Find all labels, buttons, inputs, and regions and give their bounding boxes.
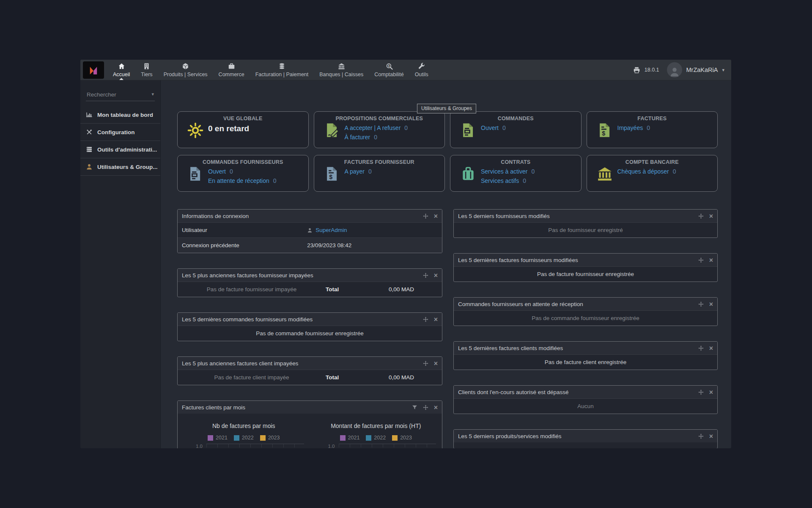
- close-icon[interactable]: ×: [434, 213, 438, 219]
- sidebar-item-configuration[interactable]: Configuration: [80, 124, 160, 141]
- widget-factures-fournisseur-impayees: Les 5 plus anciennes factures fournisseu…: [177, 268, 442, 297]
- nav-label: Produits | Services: [164, 72, 208, 77]
- info-row-utilisateur: Utilisateur SuperAdmin: [178, 222, 442, 237]
- close-icon[interactable]: ×: [434, 273, 438, 278]
- total-row: Pas de facture fournisseur impayée Total…: [178, 282, 442, 297]
- link-services-actifs[interactable]: Services actifs: [481, 177, 519, 184]
- search-input[interactable]: [86, 90, 155, 101]
- link-a-accepter-refuser[interactable]: A accepter | A refuser: [345, 124, 401, 131]
- card-commandes-fournisseurs[interactable]: COMMANDES FOURNISSEURS Ouvert0 En attent…: [177, 155, 309, 192]
- sidebar-item-tableau-de-bord[interactable]: Mon tableau de bord: [80, 106, 160, 124]
- nav-item-accueil[interactable]: Accueil: [107, 60, 135, 80]
- close-icon[interactable]: ×: [434, 405, 438, 410]
- file-invoice-dollar-icon: [324, 166, 340, 182]
- nav-label: Commerce: [219, 72, 244, 77]
- move-icon[interactable]: [698, 345, 704, 351]
- dashboard-cards: VUE GLOBALE 0 en retard PROPOSITIONS COM…: [177, 111, 718, 192]
- close-icon[interactable]: ×: [434, 317, 438, 322]
- navbar-right: 18.0.1 MrZaKaRiA ▾: [633, 60, 731, 80]
- move-icon[interactable]: [423, 213, 428, 219]
- link-impayees[interactable]: Impayées: [617, 124, 643, 131]
- close-icon[interactable]: ×: [709, 257, 713, 263]
- link-a-facturer[interactable]: À facturer: [345, 134, 370, 141]
- move-icon[interactable]: [423, 273, 428, 278]
- dolibarr-logo[interactable]: [83, 61, 104, 79]
- move-icon[interactable]: [423, 361, 428, 366]
- bank-icon: [597, 166, 613, 182]
- move-icon[interactable]: [698, 301, 704, 307]
- avatar[interactable]: [667, 62, 682, 77]
- empty-message: Aucun: [454, 398, 717, 414]
- card-contrats[interactable]: CONTRATS Services à activer0 Services ac…: [450, 155, 582, 192]
- sidebar-item-outils-administration[interactable]: Outils d'administrati...: [80, 141, 160, 158]
- legend-label: 2023: [400, 435, 412, 441]
- card-compte-bancaire[interactable]: COMPTE BANCAIRE Chèques à déposer0: [587, 155, 718, 192]
- close-icon[interactable]: ×: [709, 389, 713, 395]
- widget-title: Commandes fournisseurs en attente de réc…: [458, 301, 583, 307]
- move-icon[interactable]: [698, 213, 704, 219]
- move-icon[interactable]: [698, 389, 704, 395]
- close-icon[interactable]: ×: [709, 213, 713, 219]
- server-icon: [86, 146, 93, 153]
- link-ouvert[interactable]: Ouvert: [208, 168, 226, 175]
- widget-informations-connexion: Informations de connexion × Utilisateur …: [177, 209, 442, 253]
- charts-row: Nb de factures par mois 2021 2022 2023 1…: [178, 414, 442, 448]
- ytick-label: 1.0: [310, 444, 339, 448]
- card-factures-fournisseur[interactable]: FACTURES FOURNISSEUR A payer0: [314, 155, 445, 192]
- nav-item-banques-caisses[interactable]: Banques | Caisses: [314, 60, 369, 80]
- link-en-attente-reception[interactable]: En attente de réception: [208, 177, 269, 184]
- nav-label: Banques | Caisses: [319, 72, 363, 77]
- username[interactable]: MrZaKaRiA: [686, 66, 718, 73]
- chart-title: Nb de factures par mois: [178, 422, 310, 429]
- nav-item-commerce[interactable]: Commerce: [213, 60, 250, 80]
- file-lines-icon: [187, 166, 203, 182]
- close-icon[interactable]: ×: [709, 345, 713, 351]
- nav-item-facturation-paiement[interactable]: Facturation | Paiement: [250, 60, 314, 80]
- chevron-down-icon[interactable]: ▾: [722, 67, 724, 73]
- nav-item-comptabilite[interactable]: Comptabilité: [369, 60, 409, 80]
- widget-commandes-fournisseurs-modifiees: Les 5 dernières commandes fournisseurs m…: [177, 312, 442, 341]
- nav-item-outils[interactable]: Outils: [409, 60, 434, 80]
- move-icon[interactable]: [698, 257, 704, 263]
- sidebar-item-label: Outils d'administrati...: [97, 146, 157, 153]
- search-caret-icon[interactable]: ▾: [151, 91, 154, 97]
- empty-message: Pas de facture fournisseur impayée: [178, 286, 326, 293]
- superadmin-link[interactable]: SuperAdmin: [315, 227, 347, 233]
- coins-icon: [278, 63, 285, 70]
- card-propositions-commerciales[interactable]: PROPOSITIONS COMMERCIALES A accepter | A…: [314, 111, 445, 148]
- move-icon[interactable]: [698, 433, 704, 439]
- link-a-payer[interactable]: A payer: [345, 168, 365, 175]
- move-icon[interactable]: [423, 317, 428, 322]
- card-vue-globale[interactable]: VUE GLOBALE 0 en retard: [177, 111, 309, 148]
- sidebar-item-label: Configuration: [97, 129, 134, 135]
- chart-axis: 1.0: [310, 444, 442, 448]
- link-cheques-a-deposer[interactable]: Chèques à déposer: [617, 168, 669, 175]
- nav-item-produits-services[interactable]: Produits | Services: [158, 60, 213, 80]
- move-icon[interactable]: [423, 405, 428, 410]
- ytick-label: 1.0: [178, 444, 206, 448]
- widget-title: Les 5 plus anciennes factures fournisseu…: [182, 272, 313, 279]
- close-icon[interactable]: ×: [709, 301, 713, 307]
- chart-axis: 1.0: [178, 444, 310, 448]
- count: 0: [404, 124, 408, 131]
- main-menu: Accueil Tiers Produits | Services Commer…: [107, 60, 434, 80]
- nav-item-tiers[interactable]: Tiers: [135, 60, 158, 80]
- sidebar-item-utilisateurs-groupes[interactable]: Utilisateurs & Group...: [80, 158, 160, 176]
- legend-swatch-2022: [366, 435, 371, 441]
- widget-title: Les 5 dernières commandes fournisseurs m…: [182, 316, 313, 323]
- empty-message: Pas de facture fournisseur enregistrée: [454, 266, 717, 282]
- sidebar-menu: Mon tableau de bord Configuration Outils…: [80, 106, 160, 176]
- close-icon[interactable]: ×: [434, 361, 438, 366]
- close-icon[interactable]: ×: [709, 433, 713, 439]
- card-factures[interactable]: FACTURES Impayées0: [587, 111, 718, 148]
- link-ouvert[interactable]: Ouvert: [481, 124, 499, 131]
- tools-icon: [86, 129, 93, 135]
- empty-message: Pas de commande fournisseur enregistrée: [454, 310, 717, 326]
- count: 0: [673, 168, 676, 175]
- link-services-a-activer[interactable]: Services à activer: [481, 168, 527, 175]
- count: 0: [531, 168, 535, 175]
- filter-icon[interactable]: [412, 405, 417, 410]
- card-commandes[interactable]: COMMANDES Ouvert0: [450, 111, 582, 148]
- widget-dernieres-factures-clients: Les 5 dernières factures clients modifié…: [453, 341, 718, 370]
- printer-icon[interactable]: [633, 66, 640, 74]
